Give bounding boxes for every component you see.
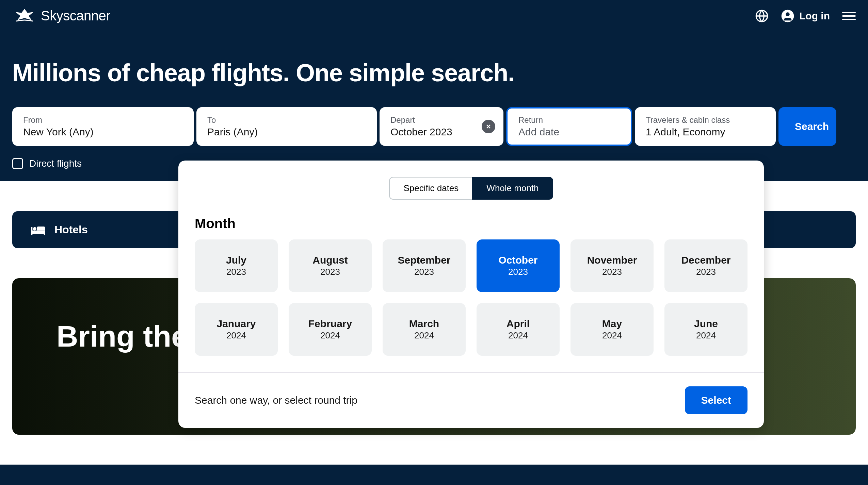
month-option-december-2023[interactable]: December2023 [664, 239, 748, 292]
hamburger-line [842, 15, 856, 17]
logo[interactable]: Skyscanner [12, 8, 110, 23]
month-option-april-2024[interactable]: April2024 [477, 303, 560, 356]
month-option-august-2023[interactable]: August2023 [289, 239, 372, 292]
return-input[interactable]: Return Add date [506, 107, 632, 146]
month-year: 2023 [202, 267, 271, 277]
depart-value: October 2023 [390, 126, 493, 138]
month-option-september-2023[interactable]: September2023 [383, 239, 466, 292]
svg-point-2 [786, 12, 790, 16]
month-year: 2024 [389, 330, 459, 341]
month-option-july-2023[interactable]: July2023 [195, 239, 278, 292]
month-year: 2023 [295, 267, 365, 277]
month-option-november-2023[interactable]: November2023 [570, 239, 654, 292]
svg-rect-4 [31, 227, 32, 235]
month-year: 2024 [202, 330, 271, 341]
datepicker-popup: Specific dates Whole month Month July202… [178, 161, 764, 428]
bed-icon [31, 224, 45, 235]
month-name: February [295, 318, 365, 330]
menu-button[interactable] [842, 12, 856, 20]
month-option-may-2024[interactable]: May2024 [570, 303, 654, 356]
return-label: Return [518, 115, 620, 125]
month-name: October [483, 254, 553, 266]
svg-point-6 [33, 227, 36, 230]
to-input[interactable]: To Paris (Any) [196, 107, 377, 146]
hamburger-line [842, 12, 856, 13]
month-year: 2023 [389, 267, 459, 277]
month-option-january-2024[interactable]: January2024 [195, 303, 278, 356]
header: Skyscanner Log in [0, 0, 868, 32]
month-grid: July2023August2023September2023October20… [195, 239, 748, 356]
month-name: August [295, 254, 365, 266]
month-name: September [389, 254, 459, 266]
depart-input[interactable]: Depart October 2023 [380, 107, 503, 146]
month-year: 2023 [671, 267, 741, 277]
to-label: To [207, 115, 366, 125]
month-section: Month July2023August2023September2023Oct… [178, 208, 764, 372]
month-year: 2024 [577, 330, 647, 341]
login-label: Log in [799, 10, 830, 22]
select-button[interactable]: Select [685, 386, 748, 414]
to-value: Paris (Any) [207, 126, 366, 138]
hero-title: Millions of cheap flights. One simple se… [0, 32, 868, 107]
month-option-march-2024[interactable]: March2024 [383, 303, 466, 356]
direct-flights-label: Direct flights [29, 158, 82, 169]
hotels-label: Hotels [54, 223, 88, 236]
globe-icon[interactable] [755, 9, 769, 23]
month-name: July [202, 254, 271, 266]
search-form: From New York (Any) To Paris (Any) Depar… [0, 107, 868, 146]
month-name: December [671, 254, 741, 266]
month-name: May [577, 318, 647, 330]
svg-rect-5 [44, 230, 45, 235]
user-icon [781, 9, 794, 23]
month-year: 2024 [671, 330, 741, 341]
from-label: From [23, 115, 183, 125]
search-button[interactable]: Search [778, 107, 836, 146]
login-button[interactable]: Log in [781, 9, 830, 23]
tab-whole-month[interactable]: Whole month [472, 177, 553, 200]
close-icon [485, 123, 492, 130]
direct-flights-checkbox[interactable] [12, 158, 23, 169]
month-year: 2023 [577, 267, 647, 277]
from-value: New York (Any) [23, 126, 183, 138]
month-option-october-2023[interactable]: October2023 [477, 239, 560, 292]
date-tabs: Specific dates Whole month [178, 161, 764, 208]
month-year: 2023 [483, 267, 553, 277]
month-name: March [389, 318, 459, 330]
travelers-input[interactable]: Travelers & cabin class 1 Adult, Economy [635, 107, 776, 146]
svg-rect-3 [31, 230, 45, 234]
month-option-february-2024[interactable]: February2024 [289, 303, 372, 356]
month-name: January [202, 318, 271, 330]
month-section-label: Month [195, 216, 748, 231]
month-name: November [577, 254, 647, 266]
footer-text: Search one way, or select round trip [195, 395, 357, 406]
datepicker-footer: Search one way, or select round trip Sel… [178, 372, 764, 428]
hamburger-line [842, 19, 856, 20]
header-right: Log in [755, 9, 856, 23]
return-placeholder: Add date [518, 126, 620, 138]
tab-specific-dates[interactable]: Specific dates [389, 177, 472, 200]
month-year: 2024 [483, 330, 553, 341]
skyscanner-icon [12, 9, 37, 23]
month-name: June [671, 318, 741, 330]
month-year: 2024 [295, 330, 365, 341]
month-option-june-2024[interactable]: June2024 [664, 303, 748, 356]
travelers-value: 1 Adult, Economy [646, 126, 765, 138]
travelers-label: Travelers & cabin class [646, 115, 765, 125]
from-input[interactable]: From New York (Any) [12, 107, 194, 146]
depart-label: Depart [390, 115, 493, 125]
logo-text: Skyscanner [41, 8, 110, 23]
month-name: April [483, 318, 553, 330]
clear-depart-button[interactable] [482, 120, 495, 133]
